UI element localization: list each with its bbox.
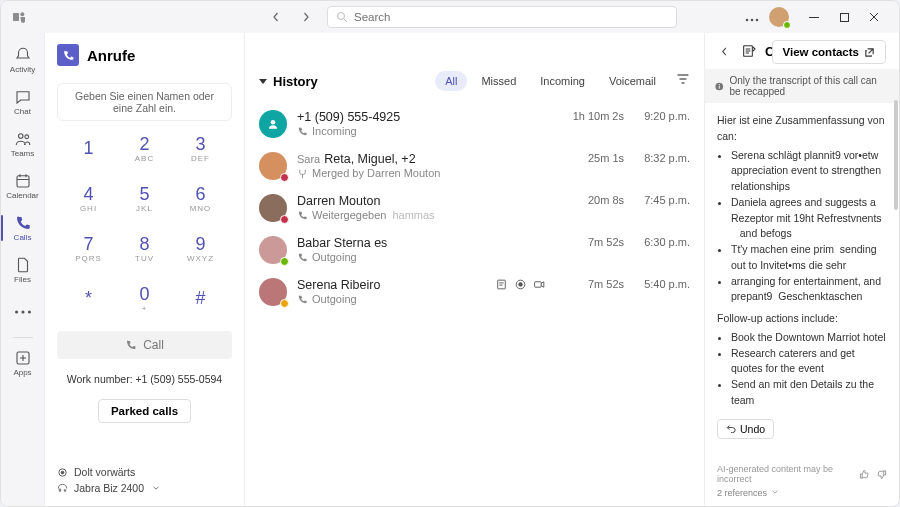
chevron-down-icon [152, 484, 160, 492]
recap-followup: Research caterers and get quotes for the… [731, 346, 887, 378]
svg-point-16 [61, 471, 64, 474]
chevron-down-icon [771, 488, 779, 496]
avatar [259, 110, 287, 138]
row-title: Darren Mouton [297, 194, 550, 208]
dial-input[interactable]: Geben Sie einen Namen oder eine Zahl ein… [57, 83, 232, 121]
rail-apps[interactable]: Apps [1, 342, 45, 384]
view-contacts-button[interactable]: View contacts [772, 40, 887, 64]
rail-more[interactable] [1, 291, 45, 333]
dialer-header: Anrufe [45, 33, 244, 77]
recap-panel: Call recap Only the transcript of this c… [704, 33, 899, 506]
svg-point-8 [18, 134, 23, 139]
dialpad-key-9[interactable]: 9WXYZ [173, 223, 229, 273]
svg-rect-7 [840, 13, 848, 21]
presence-dot [280, 299, 289, 308]
svg-rect-6 [809, 17, 819, 18]
search-box[interactable] [327, 6, 677, 28]
filter-missed[interactable]: Missed [471, 71, 526, 91]
minimize-button[interactable] [799, 6, 829, 28]
svg-point-11 [15, 310, 18, 313]
row-time: 6:30 p.m. [634, 236, 690, 248]
rail-chat[interactable]: Chat [1, 81, 45, 123]
recap-references[interactable]: 2 references [705, 488, 899, 506]
recap-followup: Send an mit den Details zu the team [731, 377, 887, 409]
more-icon[interactable] [745, 8, 759, 26]
svg-point-1 [20, 12, 24, 16]
filter-voicemail[interactable]: Voicemail [599, 71, 666, 91]
row-duration: 1h 10m 2s [568, 110, 624, 122]
history-row[interactable]: +1 (509) 555-4925Incoming1h 10m 2s9:20 p… [245, 103, 704, 145]
dialpad-key-0[interactable]: 0+ [117, 273, 173, 323]
search-input[interactable] [354, 11, 668, 23]
history-panel: View contacts History All Missed Incomin… [245, 33, 704, 506]
dialpad-key-8[interactable]: 8TUV [117, 223, 173, 273]
svg-point-12 [21, 310, 24, 313]
transcript-icon[interactable] [495, 278, 508, 291]
filter-all[interactable]: All [435, 71, 467, 91]
row-duration: 20m 8s [568, 194, 624, 206]
nav-back-button[interactable] [265, 6, 287, 28]
row-duration: 7m 52s [568, 236, 624, 248]
svg-point-13 [27, 310, 30, 313]
rail-teams[interactable]: Teams [1, 123, 45, 165]
thumbs-up-icon[interactable] [859, 469, 870, 480]
record-icon[interactable] [514, 278, 527, 291]
parked-calls-button[interactable]: Parked calls [98, 399, 191, 423]
user-avatar[interactable] [769, 7, 789, 27]
info-icon [715, 81, 724, 92]
dialpad-key-1[interactable]: 1 [61, 123, 117, 173]
recap-back-button[interactable] [715, 42, 733, 60]
forward-setting[interactable]: Dolt vorwärts [57, 464, 232, 480]
rail-files[interactable]: Files [1, 249, 45, 291]
history-row[interactable]: Babar Sterna esOutgoing7m 52s6:30 p.m. [245, 229, 704, 271]
close-button[interactable] [859, 6, 889, 28]
dialpad: 12ABC3DEF4GHI5JKL6MNO7PQRS8TUV9WXYZ*0+# [61, 123, 229, 323]
dialpad-key-3[interactable]: 3DEF [173, 123, 229, 173]
filter-incoming[interactable]: Incoming [530, 71, 595, 91]
scrollbar[interactable] [894, 100, 898, 210]
teams-logo-icon [11, 9, 27, 25]
filter-icon[interactable] [676, 72, 690, 90]
presence-dot [280, 215, 289, 224]
dialpad-key-6[interactable]: 6MNO [173, 173, 229, 223]
undo-button[interactable]: Undo [717, 419, 774, 439]
dialpad-key-4[interactable]: 4GHI [61, 173, 117, 223]
work-number: Work number: +1 (509) 555-0594 [45, 373, 244, 385]
row-subtitle: Outgoing [297, 293, 485, 305]
call-button[interactable]: Call [57, 331, 232, 359]
recap-disclaimer: AI-generated content may be incorrect [705, 460, 899, 488]
history-row[interactable]: Serena RibeiroOutgoing7m 52s5:40 p.m. [245, 271, 704, 313]
avatar [259, 194, 287, 222]
video-icon[interactable] [533, 278, 546, 291]
rail-activity[interactable]: Activity [1, 39, 45, 81]
maximize-button[interactable] [829, 6, 859, 28]
dialpad-key-2[interactable]: 2ABC [117, 123, 173, 173]
undo-icon [726, 423, 736, 433]
presence-dot [280, 257, 289, 266]
thumbs-down-icon[interactable] [876, 469, 887, 480]
recap-bullet: Daniela agrees and suggests a Rezeptor m… [731, 195, 887, 242]
recap-icon [741, 43, 757, 59]
history-title[interactable]: History [259, 74, 318, 89]
history-row[interactable]: SaraReta, Miguel, +2Merged by Darren Mou… [245, 145, 704, 187]
rail-calendar[interactable]: Calendar [1, 165, 45, 207]
dialpad-key-7[interactable]: 7PQRS [61, 223, 117, 273]
dialpad-key-#[interactable]: # [173, 273, 229, 323]
svg-point-4 [751, 19, 754, 22]
svg-point-9 [24, 135, 28, 139]
recap-bullet: arranging for entertainment, and prepant… [731, 274, 887, 306]
avatar [259, 152, 287, 180]
svg-point-20 [518, 282, 522, 286]
row-duration: 7m 52s [568, 278, 624, 290]
nav-forward-button[interactable] [295, 6, 317, 28]
rail-calls[interactable]: Calls [1, 207, 45, 249]
page-title: Anrufe [87, 47, 135, 64]
device-selector[interactable]: Jabra Biz 2400 [57, 480, 232, 496]
row-subtitle: Weitergegebenhammas [297, 209, 550, 221]
row-time: 8:32 p.m. [634, 152, 690, 164]
history-filters: All Missed Incoming Voicemail [435, 71, 690, 91]
history-row[interactable]: Darren MoutonWeitergegebenhammas20m 8s7:… [245, 187, 704, 229]
svg-point-5 [756, 19, 759, 22]
dialpad-key-*[interactable]: * [61, 273, 117, 323]
dialpad-key-5[interactable]: 5JKL [117, 173, 173, 223]
